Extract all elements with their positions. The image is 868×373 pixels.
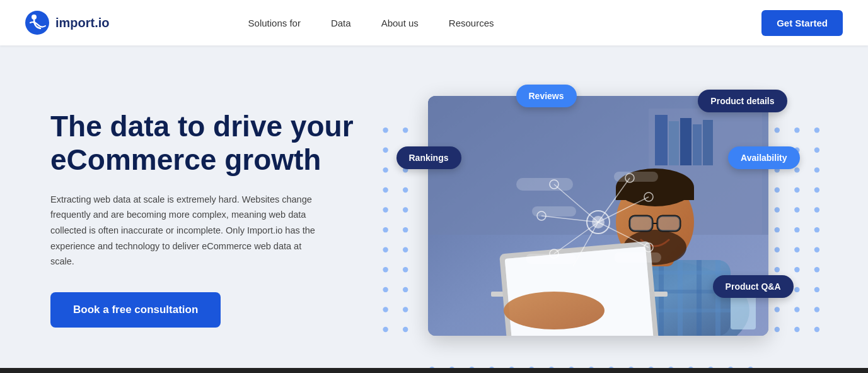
svg-point-39	[794, 207, 799, 212]
chip-product-details: Product details	[698, 90, 787, 112]
image-background	[428, 96, 768, 336]
nav-data[interactable]: Data	[331, 18, 351, 28]
svg-point-48	[814, 167, 819, 172]
svg-rect-140	[614, 252, 661, 263]
svg-point-5	[383, 187, 388, 192]
svg-rect-88	[655, 115, 668, 165]
svg-point-10	[383, 287, 388, 292]
svg-point-49	[814, 187, 819, 192]
nav-resources[interactable]: Resources	[449, 18, 494, 28]
svg-point-40	[794, 227, 799, 232]
logo-text: import.io	[55, 16, 110, 30]
svg-point-56	[814, 326, 819, 331]
svg-point-43	[794, 287, 799, 292]
bottom-bar	[0, 368, 868, 373]
svg-point-34	[775, 326, 780, 331]
hero-image	[428, 96, 768, 336]
get-started-button[interactable]: Get Started	[761, 10, 843, 36]
svg-point-6	[383, 207, 388, 212]
svg-point-51	[814, 227, 819, 232]
svg-point-0	[25, 11, 49, 35]
svg-point-31	[775, 267, 780, 272]
svg-point-28	[775, 207, 780, 212]
svg-point-30	[775, 247, 780, 252]
svg-point-7	[383, 227, 388, 232]
chip-product-qa: Product Q&A	[713, 275, 794, 298]
svg-point-45	[794, 326, 799, 331]
svg-rect-136	[516, 178, 573, 191]
svg-point-3	[383, 147, 388, 152]
svg-point-20	[403, 267, 408, 272]
svg-point-47	[814, 147, 819, 152]
hero-description: Extracting web data at scale is extremel…	[50, 192, 328, 269]
svg-point-29	[775, 227, 780, 232]
svg-point-27	[775, 187, 780, 192]
svg-point-41	[794, 247, 799, 252]
hero-right: // Dots are drawn inline in SVG	[366, 77, 830, 355]
nav-links: Solutions for Data About us Resources	[248, 18, 762, 28]
svg-point-38	[794, 187, 799, 192]
svg-rect-138	[526, 254, 576, 264]
svg-rect-114	[630, 216, 652, 231]
svg-point-19	[403, 247, 408, 252]
svg-point-12	[383, 326, 388, 331]
svg-rect-109	[616, 187, 694, 200]
svg-rect-89	[669, 121, 679, 165]
svg-rect-90	[680, 118, 692, 165]
svg-point-16	[403, 187, 408, 192]
svg-point-11	[383, 307, 388, 312]
svg-rect-137	[532, 206, 576, 216]
svg-point-46	[814, 127, 819, 133]
svg-point-4	[383, 167, 388, 172]
svg-point-22	[403, 307, 408, 312]
svg-rect-91	[693, 124, 702, 165]
svg-point-8	[383, 247, 388, 252]
svg-point-50	[814, 207, 819, 212]
svg-point-23	[403, 326, 408, 331]
nav-solutions[interactable]: Solutions for	[248, 18, 301, 28]
logo-icon	[25, 11, 49, 35]
hero-image-container: Reviews Product details Rankings Availab…	[428, 96, 768, 336]
svg-point-44	[794, 307, 799, 312]
chip-availability: Availability	[728, 146, 799, 169]
svg-point-120	[504, 292, 605, 329]
book-consultation-button[interactable]: Book a free consultation	[50, 292, 221, 328]
svg-point-17	[403, 207, 408, 212]
network-svg	[428, 96, 768, 336]
hero-title: The data to drive your eCommerce growth	[50, 110, 366, 177]
svg-point-35	[794, 127, 799, 133]
svg-point-13	[403, 127, 408, 133]
svg-rect-139	[614, 172, 658, 182]
svg-point-21	[403, 287, 408, 292]
svg-point-53	[814, 267, 819, 272]
svg-point-37	[794, 167, 799, 172]
svg-point-33	[775, 307, 780, 312]
svg-point-52	[814, 247, 819, 252]
svg-point-24	[775, 127, 780, 133]
svg-point-55	[814, 307, 819, 312]
chip-reviews: Reviews	[516, 85, 577, 107]
svg-rect-92	[703, 120, 713, 165]
hero-left: The data to drive your eCommerce growth …	[50, 104, 366, 328]
svg-point-54	[814, 287, 819, 292]
svg-rect-115	[657, 216, 680, 231]
navbar: import.io Solutions for Data About us Re…	[0, 0, 868, 45]
nav-about[interactable]: About us	[381, 18, 419, 28]
svg-point-9	[383, 267, 388, 272]
svg-point-18	[403, 227, 408, 232]
logo-link[interactable]: import.io	[25, 11, 110, 35]
svg-point-42	[794, 267, 799, 272]
chip-rankings: Rankings	[396, 146, 461, 169]
svg-point-2	[383, 127, 388, 133]
hero-section: The data to drive your eCommerce growth …	[0, 45, 868, 373]
